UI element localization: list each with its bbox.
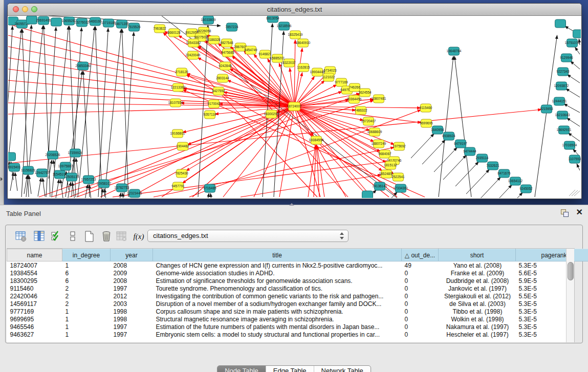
column-header-pagerank[interactable]: pagerank xyxy=(516,249,588,261)
table-cell[interactable]: 5.9E-5 xyxy=(516,277,588,285)
table-cell[interactable]: 1 xyxy=(62,331,111,338)
node-20364456[interactable]: 20364456 xyxy=(347,95,362,103)
show-column-button[interactable] xyxy=(32,229,47,244)
table-cell[interactable]: Stergiakouli et al. (2012) xyxy=(439,292,516,300)
table-cell[interactable]: 9115460 xyxy=(7,285,62,292)
table-cell[interactable]: Structural magnetic resonance image aver… xyxy=(153,315,402,323)
node-14136141[interactable]: 14136141 xyxy=(373,182,387,190)
table-cell[interactable]: 0 xyxy=(402,308,439,315)
clear-selection-button[interactable] xyxy=(66,229,80,244)
table-selector-dropdown[interactable]: citations_edges.txt xyxy=(147,230,349,242)
table-row[interactable]: 946554611997Estimation of the future num… xyxy=(7,323,588,331)
table-cell[interactable]: 1997 xyxy=(111,285,153,292)
table-cell[interactable]: 9463627 xyxy=(7,331,62,338)
table-cell[interactable]: 2008 xyxy=(111,277,153,285)
node-18640910[interactable]: 18640910 xyxy=(296,39,311,47)
table-cell[interactable]: Embryonic stem cells: a model to study s… xyxy=(153,331,402,338)
node-unlabeled[interactable] xyxy=(555,19,566,28)
table-row[interactable]: 1938455462009Genome-wide association stu… xyxy=(7,269,588,277)
table-cell[interactable]: Tibbo et al. (1998) xyxy=(439,308,516,315)
node-17334361[interactable]: 17334361 xyxy=(394,184,408,192)
table-row[interactable]: 1830029562008Estimation of significance … xyxy=(7,277,588,285)
node-3624554[interactable]: 3624554 xyxy=(358,89,372,97)
node-10654112[interactable]: 10654112 xyxy=(508,177,523,185)
table-cell[interactable]: 9777169 xyxy=(7,308,62,315)
table-cell[interactable]: 2 xyxy=(62,300,111,308)
node-2935114[interactable]: 2935114 xyxy=(476,154,489,162)
node-8186328[interactable]: 8186328 xyxy=(207,36,221,44)
node-1162815[interactable]: 1162815 xyxy=(297,63,310,72)
table-cell[interactable]: 0 xyxy=(402,331,439,338)
table-row[interactable]: 1872400712008Changes of HCN gene express… xyxy=(7,261,588,270)
table-cell[interactable]: 2003 xyxy=(111,300,153,308)
network-window[interactable]: citations_edges.txt 24055724206914061065… xyxy=(7,3,582,199)
table-cell[interactable]: 19384554 xyxy=(7,269,62,277)
node-unlabeled[interactable] xyxy=(573,30,581,38)
table-cell[interactable]: 9465546 xyxy=(7,323,62,331)
node-19384554[interactable]: 19384554 xyxy=(309,136,324,144)
node-18107554[interactable]: 18107554 xyxy=(168,99,183,107)
tab-edge-table[interactable]: Edge Table xyxy=(266,366,314,372)
node-unlabeled[interactable] xyxy=(362,191,373,198)
node-15276022[interactable]: 15276022 xyxy=(75,18,90,27)
node-8660128[interactable]: 8660128 xyxy=(167,29,181,37)
node-2718120[interactable]: 2718120 xyxy=(175,68,188,76)
table-cell[interactable]: 0 xyxy=(402,300,439,308)
table-cell[interactable]: 1998 xyxy=(111,308,153,315)
node-15751074[interactable]: 15751074 xyxy=(565,39,580,47)
node-8454749[interactable]: 8454749 xyxy=(244,46,257,54)
node-7515526[interactable]: 7515526 xyxy=(127,23,141,31)
node-unlabeled[interactable] xyxy=(51,18,62,26)
table-cell[interactable]: 0 xyxy=(402,292,439,300)
table-cell[interactable]: 14569117 xyxy=(7,300,62,308)
table-cell[interactable]: 1 xyxy=(62,323,111,331)
node-20853346[interactable]: 20853346 xyxy=(76,62,91,70)
network-view-canvas[interactable]: 2405572420691406106552871527602264661601… xyxy=(8,16,581,198)
node-8471676[interactable]: 8471676 xyxy=(497,169,511,178)
node-22420046[interactable]: 22420046 xyxy=(186,51,201,59)
node-unlabeled[interactable] xyxy=(27,16,37,24)
node-9215953[interactable]: 9215953 xyxy=(540,105,553,113)
node-9242848[interactable]: 9242848 xyxy=(219,62,232,70)
node-9457791[interactable]: 9457791 xyxy=(171,182,185,190)
table-cell[interactable]: 22420046 xyxy=(7,292,62,300)
table-cell[interactable]: 1 xyxy=(62,261,111,270)
vertical-scrollbar[interactable] xyxy=(566,249,574,342)
node-18325419[interactable]: 18325419 xyxy=(288,31,303,39)
tab-network-table[interactable]: Network Table xyxy=(314,366,371,372)
function-builder-button[interactable]: f(x) xyxy=(132,229,146,244)
node-1815132[interactable]: 1815132 xyxy=(384,161,397,169)
panel-collapse-arrow-icon[interactable] xyxy=(1,177,3,181)
table-cell[interactable]: 1 xyxy=(62,315,111,323)
node-12942757[interactable]: 12942757 xyxy=(35,169,50,177)
node-10719185[interactable]: 10719185 xyxy=(101,19,116,27)
node-7857224[interactable]: 7857224 xyxy=(225,23,238,31)
node-12093872[interactable]: 12093872 xyxy=(554,82,569,90)
table-cell[interactable]: 0 xyxy=(402,323,439,331)
table-cell[interactable]: 0 xyxy=(402,277,439,285)
node-9716485[interactable]: 9716485 xyxy=(203,184,216,192)
node-10975887[interactable]: 10975887 xyxy=(58,162,73,170)
node-7825430[interactable]: 7825430 xyxy=(175,169,188,178)
node-9227343[interactable]: 9227343 xyxy=(556,68,570,76)
table-cell[interactable]: 1998 xyxy=(111,315,153,323)
table-row[interactable]: 1456911722003Disruption of a novel membe… xyxy=(7,300,588,308)
node-17359924[interactable]: 17359924 xyxy=(68,149,83,157)
table-cell[interactable]: 2012 xyxy=(111,292,153,300)
node-9129946[interactable]: 9129946 xyxy=(560,54,573,62)
node-2522541[interactable]: 2522541 xyxy=(391,173,405,181)
table-cell[interactable]: 1 xyxy=(62,308,111,315)
table-cell[interactable]: 1997 xyxy=(111,323,153,331)
table-cell[interactable]: Corpus callosum shape and size in male p… xyxy=(153,308,402,315)
node-10958107[interactable]: 10958107 xyxy=(97,180,112,188)
table-cell[interactable]: 9699695 xyxy=(7,315,62,323)
node-17016504[interactable]: 17016504 xyxy=(562,141,577,149)
node-9777169[interactable]: 9777169 xyxy=(335,78,348,86)
left-panel-edge[interactable] xyxy=(0,0,4,205)
close-panel-icon[interactable]: ✕ xyxy=(576,208,583,216)
table-row[interactable]: 977716911998Corpus callosum shape and si… xyxy=(7,308,588,315)
node-9245052[interactable]: 9245052 xyxy=(519,185,533,193)
node-12505135[interactable]: 12505135 xyxy=(64,173,79,181)
node-8427552[interactable]: 8427552 xyxy=(212,87,225,95)
table-cell[interactable]: 2 xyxy=(62,285,111,292)
